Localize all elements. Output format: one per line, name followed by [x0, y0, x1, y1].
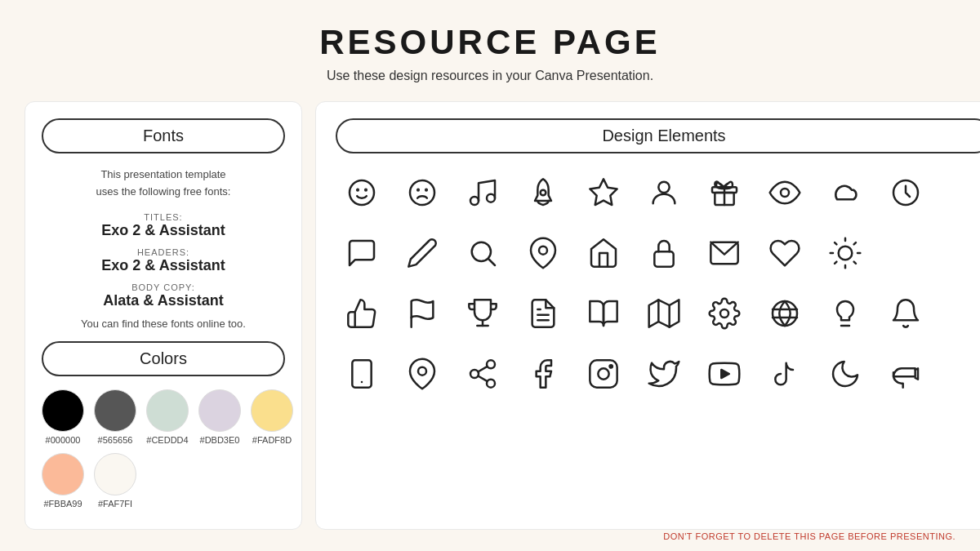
svg-marker-49	[721, 370, 729, 378]
svg-point-40	[418, 367, 426, 375]
svg-point-15	[472, 242, 491, 261]
svg-point-16	[539, 247, 547, 255]
svg-line-23	[854, 262, 856, 264]
svg-line-44	[478, 376, 487, 382]
icon-eye	[759, 167, 811, 219]
icon-heart	[759, 227, 811, 279]
icon-chat	[336, 227, 388, 279]
fonts-intro: This presentation templateuses the follo…	[42, 167, 285, 201]
icon-youtube	[698, 348, 751, 400]
svg-point-13	[781, 189, 789, 197]
svg-line-45	[478, 367, 487, 372]
hex-black: #000000	[46, 435, 81, 445]
icon-share	[457, 348, 509, 400]
icon-megaphone	[880, 348, 932, 400]
hex-cream: #FAF7FI	[98, 499, 132, 509]
svg-point-8	[541, 190, 546, 196]
swatch-gray	[94, 389, 136, 432]
font-titles: TITLES: Exo 2 & Assistant	[42, 212, 285, 239]
design-elements-header: Design Elements	[336, 118, 980, 153]
svg-rect-46	[590, 360, 617, 387]
icon-clock	[880, 167, 932, 219]
icon-globe	[759, 287, 811, 340]
icon-map	[638, 287, 690, 340]
font-titles-label: TITLES:	[42, 212, 285, 222]
icon-facebook	[517, 348, 569, 400]
font-body: BODY COPY: Alata & Assistant	[42, 282, 285, 309]
icon-flag	[396, 287, 448, 340]
font-headers-value: Exo 2 & Assistant	[42, 257, 285, 274]
icon-star	[577, 167, 630, 219]
color-black: #000000	[42, 389, 84, 445]
icons-grid	[336, 167, 980, 400]
icon-bell	[880, 287, 932, 340]
svg-point-6	[470, 197, 479, 205]
swatch-peach	[42, 453, 84, 495]
svg-point-7	[487, 194, 495, 202]
icon-smiley	[336, 167, 388, 219]
fonts-section-header: Fonts	[42, 118, 285, 153]
icon-search	[457, 227, 509, 279]
icon-gift	[698, 167, 751, 219]
svg-line-27	[854, 242, 856, 244]
color-lavender: #DBD3E0	[198, 389, 241, 445]
color-row-2: #FBBA99 #FAF7FI	[42, 453, 285, 509]
icon-moon	[819, 348, 871, 400]
swatch-mint	[146, 389, 189, 432]
icon-placeholder-2	[880, 227, 932, 279]
svg-line-22	[835, 242, 836, 244]
color-mint: #CEDDD4	[146, 389, 189, 445]
icon-location	[396, 348, 448, 400]
swatch-lavender	[198, 389, 241, 432]
icon-home	[577, 227, 630, 279]
svg-point-5	[425, 189, 427, 191]
icon-twitter	[638, 348, 690, 400]
left-panel: Fonts This presentation templateuses the…	[24, 101, 302, 530]
page-subtitle: Use these design resources in your Canva…	[0, 69, 980, 83]
icon-instagram	[577, 348, 630, 400]
icon-sad	[396, 167, 448, 219]
swatch-cream	[94, 453, 136, 495]
svg-point-10	[658, 182, 669, 193]
svg-point-35	[773, 301, 797, 326]
svg-line-26	[835, 262, 836, 264]
icon-rocket	[517, 167, 569, 219]
icon-cloud	[819, 167, 871, 219]
color-cream: #FAF7FI	[94, 453, 136, 509]
icon-lock	[638, 227, 690, 279]
svg-point-19	[839, 247, 853, 260]
svg-point-3	[410, 180, 434, 205]
color-peach: #FBBA99	[42, 453, 84, 509]
icon-sun	[819, 227, 871, 279]
colors-section-header: Colors	[42, 341, 285, 376]
icon-placeholder-1	[940, 167, 980, 219]
color-gray: #565656	[94, 389, 136, 445]
hex-peach: #FBBA99	[43, 499, 82, 509]
icon-placeholder-4	[940, 287, 980, 340]
icon-tiktok	[759, 348, 811, 400]
svg-point-41	[487, 360, 495, 368]
hex-mint: #CEDDD4	[146, 435, 188, 445]
font-headers-label: HEADERS:	[42, 247, 285, 257]
icon-placeholder-5	[940, 348, 980, 400]
color-row-1: #000000 #565656 #CEDDD4 #DBD3E0 #FADF8D	[42, 389, 285, 445]
page-title: RESOURCE PAGE	[0, 23, 980, 62]
swatch-black	[42, 389, 84, 432]
svg-marker-9	[590, 179, 617, 205]
icon-book	[577, 287, 630, 340]
svg-rect-17	[654, 251, 673, 266]
page-header: RESOURCE PAGE Use these design resources…	[0, 0, 980, 93]
svg-point-42	[470, 370, 479, 378]
hex-yellow: #FADF8D	[252, 435, 292, 445]
icon-placeholder-3	[940, 227, 980, 279]
svg-point-0	[350, 180, 374, 205]
font-body-label: BODY COPY:	[42, 282, 285, 292]
icon-phone	[336, 348, 388, 400]
icon-trophy	[457, 287, 509, 340]
icon-person	[638, 167, 690, 219]
fonts-note: You can find these fonts online too.	[42, 318, 285, 330]
right-panel: Design Elements	[315, 101, 980, 530]
icon-bulb	[819, 287, 871, 340]
svg-rect-38	[352, 360, 371, 387]
svg-point-34	[720, 309, 728, 318]
